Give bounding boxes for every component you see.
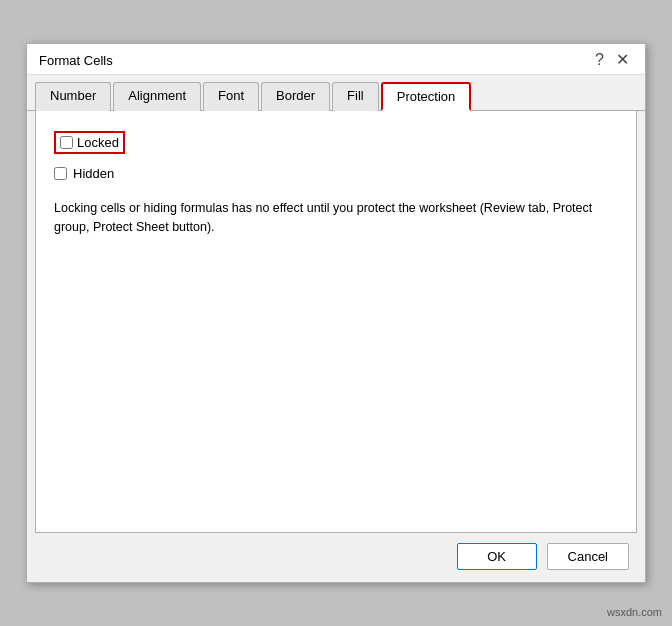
watermark: wsxdn.com xyxy=(607,606,662,618)
tab-alignment[interactable]: Alignment xyxy=(113,82,201,111)
button-bar: OK Cancel xyxy=(27,533,645,582)
hidden-label[interactable]: Hidden xyxy=(73,166,114,181)
help-button[interactable]: ? xyxy=(591,52,608,68)
locked-label[interactable]: Locked xyxy=(77,135,119,150)
hidden-row: Hidden xyxy=(54,166,618,181)
hidden-checkbox[interactable] xyxy=(54,167,67,180)
content-area: Locked Hidden Locking cells or hiding fo… xyxy=(35,111,637,533)
tab-border[interactable]: Border xyxy=(261,82,330,111)
info-text: Locking cells or hiding formulas has no … xyxy=(54,199,618,237)
content-spacer xyxy=(54,245,618,517)
format-cells-dialog: Format Cells ? ✕ Number Alignment Font B… xyxy=(26,43,646,583)
tabs-bar: Number Alignment Font Border Fill Protec… xyxy=(27,75,645,111)
close-button[interactable]: ✕ xyxy=(612,52,633,68)
locked-wrapper: Locked xyxy=(54,131,125,154)
locked-checkbox[interactable] xyxy=(60,136,73,149)
tab-protection[interactable]: Protection xyxy=(381,82,472,111)
cancel-button[interactable]: Cancel xyxy=(547,543,629,570)
tab-number[interactable]: Number xyxy=(35,82,111,111)
locked-row: Locked xyxy=(54,131,618,154)
title-bar-controls: ? ✕ xyxy=(591,52,633,68)
dialog-title: Format Cells xyxy=(39,53,113,68)
ok-button[interactable]: OK xyxy=(457,543,537,570)
tab-font[interactable]: Font xyxy=(203,82,259,111)
tab-fill[interactable]: Fill xyxy=(332,82,379,111)
title-bar: Format Cells ? ✕ xyxy=(27,44,645,75)
